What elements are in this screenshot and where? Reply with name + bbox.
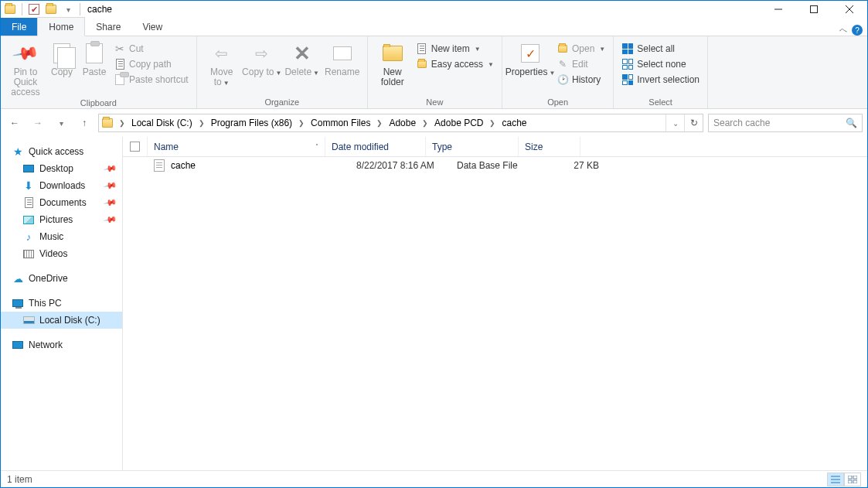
sort-indicator-icon: ˄ [315, 143, 318, 150]
tree-music[interactable]: ♪Music [1, 228, 122, 245]
properties-button[interactable]: Properties▼ [507, 38, 553, 78]
recent-locations-button[interactable]: ▾ [52, 114, 70, 132]
breadcrumb-segment[interactable]: Local Disk (C:) [128, 114, 196, 131]
tree-documents[interactable]: Documents📌 [1, 194, 122, 211]
breadcrumb-segment[interactable]: Adobe PCD [431, 114, 486, 131]
tree-downloads[interactable]: ⬇Downloads📌 [1, 177, 122, 194]
breadcrumb-segment[interactable]: Adobe [386, 114, 419, 131]
new-folder-button[interactable]: New folder [373, 38, 413, 87]
edit-icon: ✎ [557, 58, 569, 70]
help-button[interactable]: ? [852, 25, 863, 36]
separator [22, 3, 22, 15]
paste-shortcut-button[interactable]: Paste shortcut [111, 72, 192, 87]
new-folder-icon [383, 46, 403, 61]
tab-view[interactable]: View [131, 18, 173, 36]
search-input[interactable] [713, 118, 846, 128]
column-size[interactable]: Size [519, 137, 580, 156]
chevron-right-icon[interactable]: ❯ [486, 119, 499, 127]
tree-pictures[interactable]: Pictures📌 [1, 211, 122, 228]
back-button[interactable]: ← [5, 114, 24, 132]
paste-shortcut-icon [114, 73, 126, 86]
ribbon-group-new: New folder New item▼ Easy access▼ New [368, 36, 502, 108]
new-item-button[interactable]: New item▼ [413, 41, 497, 56]
tree-network[interactable]: Network [1, 336, 122, 353]
breadcrumb-segment[interactable]: cache [499, 114, 529, 131]
breadcrumb-segment[interactable]: Program Files (x86) [208, 114, 295, 131]
forward-button[interactable]: → [29, 114, 47, 132]
scissors-icon: ✂ [114, 43, 126, 55]
copy-path-button[interactable]: Copy path [111, 56, 192, 72]
rename-button[interactable]: Rename [322, 38, 363, 77]
address-bar[interactable]: ❯ Local Disk (C:)❯Program Files (x86)❯Co… [98, 114, 703, 132]
tree-onedrive[interactable]: ☁OneDrive [1, 270, 122, 287]
navigation-pane[interactable]: ★Quick access Desktop📌 ⬇Downloads📌 Docum… [1, 137, 123, 470]
address-dropdown-button[interactable]: ⌄ [665, 114, 684, 131]
column-type[interactable]: Type [426, 137, 519, 156]
select-none-button[interactable]: Select none [618, 56, 703, 72]
content-pane: Name˄ Date modified Type Size cache8/22/… [123, 137, 867, 470]
details-view-button[interactable] [827, 473, 844, 486]
maximize-button[interactable] [796, 1, 832, 18]
history-button[interactable]: 🕑History [553, 72, 608, 87]
tree-videos[interactable]: Videos [1, 245, 122, 262]
cut-button[interactable]: ✂Cut [111, 41, 192, 56]
search-box[interactable]: 🔍 [708, 114, 863, 132]
paste-icon [86, 43, 103, 63]
pin-icon: 📌 [104, 162, 118, 176]
qat-new-folder-icon[interactable] [43, 2, 59, 17]
ribbon: 📌 Pin to Quick access Copy Paste ✂Cut Co… [1, 36, 867, 109]
minimize-button[interactable] [761, 1, 796, 18]
breadcrumb-segment[interactable]: Common Files [308, 114, 373, 131]
window-title: cache [87, 4, 112, 15]
chevron-right-icon[interactable]: ❯ [419, 119, 431, 127]
tab-file[interactable]: File [1, 18, 37, 36]
svg-rect-9 [848, 480, 852, 483]
move-to-button[interactable]: ⇦ Move to▼ [202, 38, 242, 88]
delete-button[interactable]: ✕ Delete▼ [282, 38, 322, 78]
documents-icon [22, 196, 35, 209]
file-type: Data Base File [451, 160, 543, 171]
refresh-button[interactable]: ↻ [684, 114, 703, 131]
tree-desktop[interactable]: Desktop📌 [1, 160, 122, 177]
downloads-icon: ⬇ [22, 179, 35, 192]
group-label-organize: Organize [202, 97, 363, 108]
copy-button[interactable]: Copy [46, 38, 78, 77]
easy-access-button[interactable]: Easy access▼ [413, 56, 497, 72]
column-name[interactable]: Name˄ [148, 137, 325, 156]
large-icons-view-button[interactable] [844, 473, 861, 486]
file-row[interactable]: cache8/22/2017 8:16 AMData Base File27 K… [123, 157, 867, 174]
chevron-right-icon[interactable]: ❯ [373, 119, 386, 127]
music-icon: ♪ [22, 230, 35, 243]
chevron-right-icon[interactable]: ❯ [116, 119, 128, 127]
tab-share[interactable]: Share [85, 18, 131, 36]
up-button[interactable]: ↑ [75, 114, 94, 132]
copy-to-button[interactable]: ⇨ Copy to▼ [242, 38, 282, 78]
collapse-ribbon-button[interactable]: へ [839, 25, 847, 36]
group-label-open: Open [507, 97, 608, 108]
tree-local-disk[interactable]: Local Disk (C:) [1, 312, 122, 329]
ribbon-group-open: Properties▼ Open▼ ✎Edit 🕑History Open [502, 36, 614, 108]
open-button[interactable]: Open▼ [553, 41, 608, 56]
select-all-button[interactable]: Select all [618, 41, 703, 56]
chevron-right-icon[interactable]: ❯ [295, 119, 308, 127]
column-checkbox[interactable] [123, 137, 148, 156]
paste-button[interactable]: Paste [78, 38, 111, 77]
qat-customize-dropdown[interactable]: ▾ [60, 2, 76, 17]
properties-icon [521, 44, 540, 63]
file-date: 8/22/2017 8:16 AM [350, 160, 451, 171]
search-icon[interactable]: 🔍 [846, 118, 857, 128]
column-date-modified[interactable]: Date modified [325, 137, 426, 156]
tab-home[interactable]: Home [37, 17, 85, 36]
close-button[interactable] [832, 1, 867, 18]
tree-quick-access[interactable]: ★Quick access [1, 143, 122, 160]
chevron-right-icon[interactable]: ❯ [196, 119, 208, 127]
file-list[interactable]: cache8/22/2017 8:16 AMData Base File27 K… [123, 157, 867, 174]
tree-this-pc[interactable]: This PC [1, 295, 122, 312]
pin-to-quick-access-button[interactable]: 📌 Pin to Quick access [5, 38, 46, 97]
invert-selection-button[interactable]: Invert selection [618, 72, 703, 87]
svg-rect-1 [811, 6, 818, 13]
navigation-bar: ← → ▾ ↑ ❯ Local Disk (C:)❯Program Files … [1, 109, 867, 137]
qat-properties-icon[interactable]: ✔ [26, 2, 42, 17]
star-icon: ★ [12, 145, 24, 158]
edit-button[interactable]: ✎Edit [553, 56, 608, 72]
